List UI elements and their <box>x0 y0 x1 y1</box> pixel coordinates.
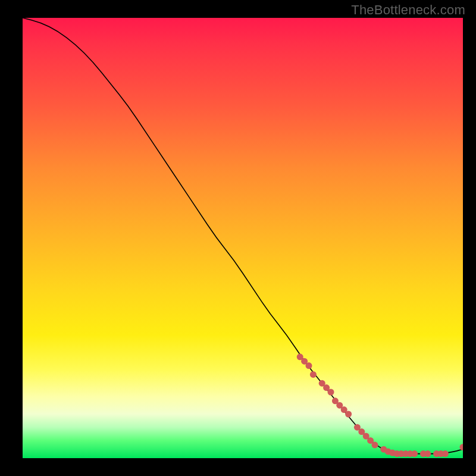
marker-dot <box>345 411 352 418</box>
marker-dot <box>442 450 449 457</box>
bottleneck-curve <box>23 18 463 454</box>
marker-dot <box>328 389 334 396</box>
chart-stage: TheBottleneck.com <box>0 0 476 476</box>
marker-dot <box>424 450 431 457</box>
marker-dot <box>306 362 312 369</box>
marker-group <box>297 353 463 457</box>
marker-dot <box>460 444 464 450</box>
plot-svg <box>23 18 463 458</box>
marker-dot <box>372 441 378 448</box>
marker-dot <box>411 450 418 457</box>
marker-dot <box>310 371 317 378</box>
watermark-text: TheBottleneck.com <box>351 2 465 18</box>
